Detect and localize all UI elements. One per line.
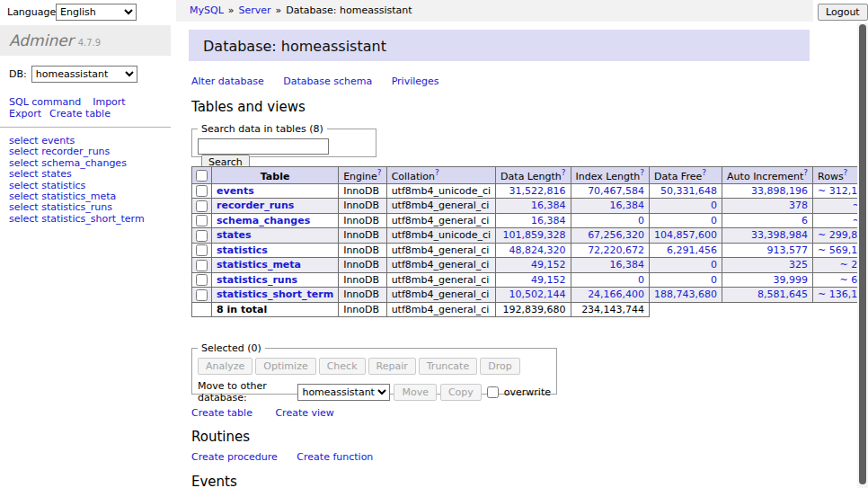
breadcrumb-server-link[interactable]: Server bbox=[239, 4, 271, 16]
language-select[interactable]: English bbox=[56, 4, 137, 21]
data-free-link[interactable]: 0 bbox=[711, 215, 717, 226]
data-length-link[interactable]: 49,152 bbox=[531, 274, 566, 286]
index-length-link[interactable]: 16,384 bbox=[610, 200, 645, 211]
auto-increment-link[interactable]: 378 bbox=[789, 200, 808, 211]
table-name-link[interactable]: statistics_runs bbox=[217, 274, 297, 286]
data-free-link[interactable]: 0 bbox=[711, 259, 717, 271]
selected-action-button[interactable]: Check bbox=[319, 358, 366, 375]
index-length-link[interactable]: 0 bbox=[638, 274, 644, 286]
auto-increment-link[interactable]: 33,398,984 bbox=[751, 229, 808, 241]
row-checkbox[interactable] bbox=[196, 260, 208, 271]
database-action-link[interactable]: Privileges bbox=[392, 75, 439, 87]
create-link[interactable]: Create table bbox=[191, 407, 252, 419]
table-name-cell: events bbox=[212, 183, 339, 199]
data-length-link[interactable]: 48,824,320 bbox=[509, 244, 566, 256]
select-all-checkbox[interactable] bbox=[196, 170, 208, 182]
column-header-label: Rows bbox=[818, 171, 844, 182]
data-free-link[interactable]: 188,743,680 bbox=[654, 288, 717, 300]
data-free-link[interactable]: 50,331,648 bbox=[660, 185, 717, 197]
db-select[interactable]: homeassistant bbox=[31, 66, 137, 83]
table-name-link[interactable]: schema_changes bbox=[217, 215, 310, 226]
import-link[interactable]: Import bbox=[93, 96, 126, 108]
table-name-link[interactable]: recorder_runs bbox=[217, 200, 294, 211]
row-checkbox[interactable] bbox=[196, 244, 208, 256]
table-name-link[interactable]: statistics bbox=[217, 244, 268, 256]
auto-increment-link[interactable]: 325 bbox=[789, 259, 808, 271]
selected-action-button[interactable]: Repair bbox=[368, 358, 416, 375]
export-link[interactable]: Export bbox=[9, 108, 41, 120]
auto-increment-link[interactable]: 8,581,645 bbox=[757, 288, 808, 300]
auto-increment-cell: 33,898,196 bbox=[722, 183, 813, 199]
auto-increment-link[interactable]: 6 bbox=[802, 215, 808, 226]
table-row: states InnoDB utf8mb4_unicode_ci 101,859… bbox=[192, 228, 868, 244]
search-input[interactable] bbox=[198, 138, 329, 155]
index-length-link[interactable]: 16,384 bbox=[610, 259, 645, 271]
row-checkbox[interactable] bbox=[196, 200, 208, 212]
index-length-link[interactable]: 0 bbox=[638, 215, 644, 226]
collation-cell: utf8mb4_unicode_ci bbox=[386, 228, 495, 244]
column-help-link[interactable]: ? bbox=[435, 168, 439, 177]
row-checkbox[interactable] bbox=[196, 230, 208, 242]
column-help-link[interactable]: ? bbox=[562, 168, 566, 177]
auto-increment-link[interactable]: 913,577 bbox=[767, 244, 809, 256]
row-checkbox[interactable] bbox=[196, 289, 208, 301]
column-header-label: Data Free bbox=[654, 171, 702, 182]
data-length-link[interactable]: 101,859,328 bbox=[503, 229, 566, 241]
column-help-link[interactable]: ? bbox=[803, 168, 808, 177]
sidebar-select-table-link[interactable]: select recorder_runs bbox=[9, 146, 145, 157]
breadcrumb-mysql-link[interactable]: MySQL bbox=[190, 4, 224, 16]
auto-increment-link[interactable]: 39,999 bbox=[774, 274, 809, 286]
table-row: statistics_meta InnoDB utf8mb4_general_c… bbox=[192, 258, 868, 273]
row-checkbox[interactable] bbox=[196, 185, 208, 197]
auto-increment-cell: 39,999 bbox=[722, 272, 813, 288]
data-length-link[interactable]: 49,152 bbox=[531, 259, 566, 271]
sql-command-link[interactable]: SQL command bbox=[9, 96, 81, 108]
create-link[interactable]: Create view bbox=[275, 407, 333, 419]
column-help-link[interactable]: ? bbox=[377, 168, 382, 177]
selected-action-button[interactable]: Optimize bbox=[255, 358, 315, 375]
column-help-link[interactable]: ? bbox=[702, 168, 706, 177]
selected-action-button[interactable]: Drop bbox=[480, 358, 519, 375]
selected-action-button[interactable]: Truncate bbox=[419, 358, 477, 375]
page-scrollbar[interactable] bbox=[857, 22, 868, 488]
create-table-sidebar-link[interactable]: Create table bbox=[49, 108, 111, 120]
index-length-link[interactable]: 67,256,320 bbox=[588, 229, 644, 241]
routine-create-link[interactable]: Create procedure bbox=[191, 451, 278, 463]
move-button[interactable]: Move bbox=[394, 384, 437, 401]
row-checkbox[interactable] bbox=[196, 215, 208, 226]
copy-button[interactable]: Copy bbox=[440, 384, 482, 401]
data-length-link[interactable]: 31,522,816 bbox=[509, 185, 566, 197]
data-length-link[interactable]: 16,384 bbox=[531, 215, 566, 226]
table-name-link[interactable]: events bbox=[217, 185, 254, 197]
table-name-link[interactable]: statistics_short_term bbox=[217, 288, 333, 300]
data-free-link[interactable]: 0 bbox=[711, 274, 717, 286]
move-database-select[interactable]: homeassistant bbox=[297, 384, 390, 401]
data-length-link[interactable]: 16,384 bbox=[531, 200, 566, 211]
index-length-link[interactable]: 24,166,400 bbox=[588, 288, 644, 300]
data-free-link[interactable]: 104,857,600 bbox=[654, 229, 717, 241]
table-name-link[interactable]: statistics_meta bbox=[217, 259, 301, 271]
index-length-link[interactable]: 70,467,584 bbox=[588, 185, 644, 197]
database-action-link[interactable]: Alter database bbox=[191, 75, 264, 87]
index-length-link[interactable]: 72,220,672 bbox=[588, 244, 644, 256]
routine-create-link[interactable]: Create function bbox=[297, 451, 373, 463]
auto-increment-link[interactable]: 33,898,196 bbox=[751, 185, 808, 197]
row-checkbox[interactable] bbox=[196, 274, 208, 286]
overwrite-checkbox[interactable] bbox=[487, 386, 499, 398]
data-free-link[interactable]: 0 bbox=[711, 200, 717, 211]
column-help-link[interactable]: ? bbox=[844, 168, 848, 177]
database-action-link[interactable]: Database schema bbox=[283, 75, 372, 87]
data-length-link[interactable]: 10,502,144 bbox=[509, 288, 566, 300]
logout-button[interactable]: Logout bbox=[818, 4, 868, 21]
data-free-link[interactable]: 6,291,456 bbox=[667, 244, 717, 256]
selected-action-button[interactable]: Analyze bbox=[198, 358, 252, 375]
column-help-link[interactable]: ? bbox=[640, 168, 644, 177]
adminer-logo[interactable]: Adminer bbox=[9, 31, 74, 49]
column-header-label: Collation bbox=[392, 171, 435, 182]
table-name-link[interactable]: states bbox=[217, 229, 252, 241]
sidebar-select-table-link[interactable]: select statistics_short_term bbox=[9, 214, 145, 225]
sidebar-select-table-link[interactable]: select states bbox=[9, 169, 145, 180]
sidebar-select-table-link[interactable]: select statistics_runs bbox=[9, 202, 145, 213]
collation-cell: utf8mb4_general_ci bbox=[386, 288, 495, 303]
scrollbar-thumb[interactable] bbox=[859, 24, 866, 484]
